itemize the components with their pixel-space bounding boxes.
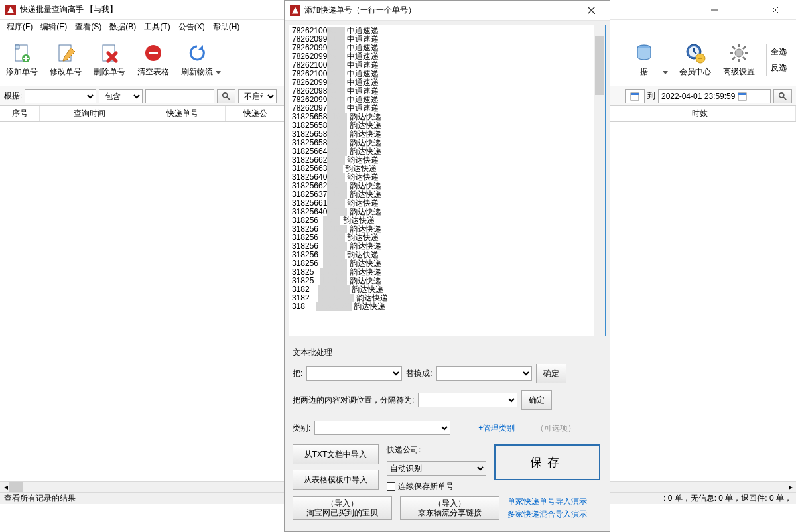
import-txt-button[interactable]: 从TXT文档中导入: [293, 444, 379, 464]
page-x-icon: [99, 42, 120, 64]
replace-to-combo[interactable]: [436, 366, 532, 381]
clear-icon: [143, 42, 164, 64]
svg-point-12: [735, 49, 743, 57]
col-tracking[interactable]: 快递单号: [139, 106, 226, 121]
filter-start-select[interactable]: 不启动: [238, 89, 277, 103]
scroll-thumb[interactable]: [595, 36, 604, 95]
col-timeg[interactable]: 时效: [604, 106, 796, 121]
replace-to-label: 替换成:: [406, 368, 432, 379]
maximize-button[interactable]: [730, 0, 760, 20]
svg-rect-6: [149, 52, 158, 54]
menu-view[interactable]: 查看(S): [72, 20, 104, 34]
page-plus-icon: [11, 42, 33, 64]
menu-program[interactable]: 程序(F): [4, 20, 35, 34]
courier-label: 快递公司:: [387, 444, 486, 456]
category-label: 类别:: [293, 423, 310, 434]
vertical-scrollbar[interactable]: [594, 25, 605, 336]
add-tracking-button[interactable]: 添加单号: [5, 42, 38, 78]
manage-category-link[interactable]: +管理类别: [478, 423, 515, 434]
filter-search-button[interactable]: [217, 89, 235, 103]
svg-point-13: [223, 92, 228, 97]
edit-tracking-button[interactable]: 修改单号: [49, 42, 82, 78]
database-icon: [633, 42, 655, 64]
dialog-titlebar: 添加快递单号（一行一个单号）: [285, 1, 610, 21]
page-pencil-icon: [55, 42, 76, 64]
date-to-label: 到: [647, 90, 655, 101]
svg-rect-0: [742, 7, 748, 13]
status-left: 查看所有记录的结果: [4, 493, 76, 504]
invert-select-button[interactable]: 反选: [767, 60, 791, 76]
dropdown-caret-icon[interactable]: [216, 71, 221, 74]
import-jd-button[interactable]: （导入） 京东物流分享链接: [400, 496, 499, 520]
clock-coin-icon: [685, 42, 706, 64]
scroll-right-arrow[interactable]: ▸: [785, 482, 796, 493]
scroll-thumb[interactable]: [9, 482, 23, 492]
svg-point-18: [779, 92, 784, 97]
advanced-settings-button[interactable]: 高级设置: [722, 42, 756, 78]
filter-field-select[interactable]: [25, 89, 96, 103]
filter-root-label: 根据:: [4, 90, 22, 101]
data-button[interactable]: 据: [628, 42, 661, 78]
date-to-picker[interactable]: 2022-04-01 23:59:59: [658, 89, 771, 103]
tracking-row: 318 06300393 韵达快递: [292, 302, 602, 311]
refresh-logistics-button[interactable]: 刷新物流: [180, 42, 214, 78]
vip-center-button[interactable]: 会员中心: [679, 42, 712, 78]
dialog-title: 添加快递单号（一行一个单号）: [304, 5, 578, 16]
col-querytime[interactable]: 查询时间: [40, 106, 139, 121]
refresh-icon: [186, 42, 208, 64]
col-company[interactable]: 快递公: [226, 106, 285, 121]
svg-rect-15: [631, 93, 639, 95]
menu-edit[interactable]: 编辑(E): [38, 20, 70, 34]
keep-save-checkbox[interactable]: 连续保存新单号: [387, 481, 486, 492]
close-button[interactable]: [760, 0, 791, 20]
menu-tool[interactable]: 工具(T): [141, 20, 172, 34]
courier-select[interactable]: 自动识别: [387, 461, 486, 476]
category-combo[interactable]: [314, 421, 450, 435]
svg-rect-11: [698, 58, 702, 59]
clear-table-button[interactable]: 清空表格: [137, 42, 170, 78]
replace-from-combo[interactable]: [306, 366, 402, 381]
swap-ok-button[interactable]: 确定: [521, 390, 552, 410]
app-icon: [5, 5, 16, 15]
delete-tracking-button[interactable]: 删除单号: [93, 42, 126, 78]
date-from-picker[interactable]: [625, 89, 645, 103]
dialog-close-button[interactable]: [578, 1, 604, 20]
batch-title: 文本批处理: [293, 347, 602, 358]
dialog-icon: [290, 5, 300, 16]
save-button[interactable]: 保存: [494, 444, 600, 480]
gear-icon: [728, 42, 750, 64]
filter-op-select[interactable]: 包含: [99, 89, 143, 103]
menu-help[interactable]: 帮助(H): [210, 20, 243, 34]
demo-mixed-link[interactable]: 多家快递混合导入演示: [507, 509, 587, 520]
select-all-button[interactable]: 全选: [767, 44, 791, 60]
demo-single-link[interactable]: 单家快递单号导入演示: [507, 496, 587, 507]
col-index[interactable]: 序号: [0, 106, 40, 121]
minimize-button[interactable]: [699, 0, 730, 20]
menu-data[interactable]: 数据(B): [107, 20, 139, 34]
replace-ok-button[interactable]: 确定: [536, 364, 566, 383]
import-template-button[interactable]: 从表格模板中导入: [293, 470, 379, 490]
menu-notice[interactable]: 公告(X): [176, 20, 208, 34]
date-search-button[interactable]: [773, 89, 792, 103]
dropdown-caret-icon[interactable]: [663, 71, 668, 74]
swap-label: 把两边的内容对调位置，分隔符为:: [293, 395, 414, 406]
svg-rect-17: [738, 93, 746, 95]
import-taobao-button[interactable]: （导入） 淘宝网已买到的宝贝: [293, 496, 392, 520]
tracking-textarea[interactable]: 7826210090 中通速递7826209981 中通速递7826209900…: [289, 25, 606, 336]
optional-label: （可选项）: [536, 423, 576, 434]
filter-value-input[interactable]: [145, 89, 214, 103]
add-tracking-dialog: 添加快递单号（一行一个单号） 7826210090 中通速递7826209981…: [284, 0, 610, 532]
status-right: : 0 单，无信息: 0 单，退回件: 0 单，: [663, 493, 792, 504]
replace-from-label: 把:: [293, 368, 302, 379]
swap-delim-combo[interactable]: [418, 393, 517, 407]
